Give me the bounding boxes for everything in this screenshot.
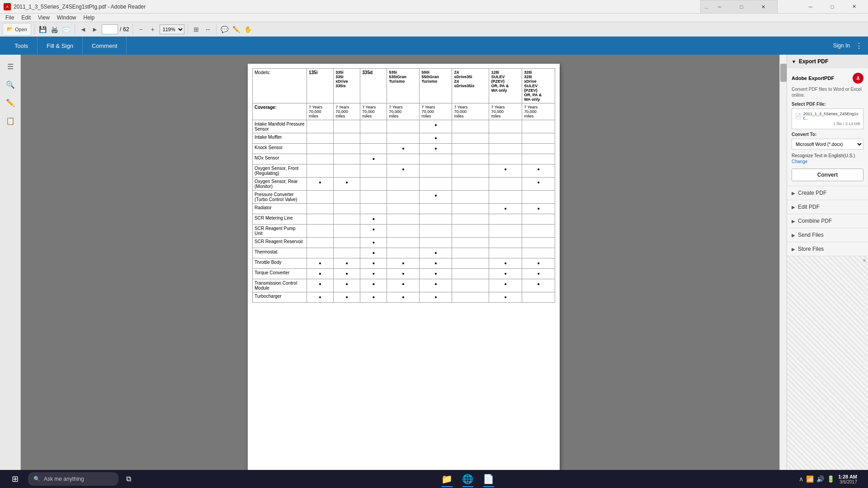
dot-cell: • <box>387 279 420 292</box>
dot-cell: • <box>360 269 387 279</box>
table-row: Oxygen Sensor, Front (Regulating)••• <box>253 164 555 178</box>
dot-cell <box>334 204 360 214</box>
dot-cell: • <box>360 238 387 248</box>
send-files-section[interactable]: ▶ Send Files <box>787 228 868 242</box>
col-z4: Z4sDrive35iZ4sDrive35is <box>452 69 489 103</box>
fit-page-icon[interactable]: ⊞ <box>191 24 201 34</box>
dot-cell <box>522 154 555 164</box>
print-icon[interactable]: 🖨️ <box>50 24 60 34</box>
show-desktop-corner[interactable] <box>861 471 864 487</box>
dot-cell <box>360 204 387 214</box>
dot-cell <box>452 133 489 144</box>
export-pdf-header[interactable]: ▼ Export PDF <box>787 55 868 68</box>
pan-icon[interactable]: ✋ <box>243 24 253 34</box>
dot-cell <box>307 214 334 225</box>
combine-pdf-label: Combine PDF <box>798 218 832 224</box>
taskbar-app-explorer[interactable]: 📁 <box>437 471 457 487</box>
component-name: Oxygen Sensor, Rear (Monitor) <box>253 178 307 191</box>
dot-cell: • <box>334 292 360 303</box>
scroll-thumb[interactable] <box>780 64 787 82</box>
bg-close-btn[interactable]: ✕ <box>753 0 774 14</box>
menu-file[interactable]: File <box>2 14 18 22</box>
edit-pdf-section[interactable]: ▶ Edit PDF <box>787 200 868 214</box>
dot-cell <box>334 248 360 258</box>
dot-cell: • <box>387 258 420 269</box>
nav-right: Sign In ⋮ <box>833 42 863 50</box>
sidebar-edit-icon[interactable]: ✏️ <box>2 94 19 111</box>
dot-cell <box>360 133 387 144</box>
ad-close-1[interactable]: ✕ <box>863 258 866 263</box>
dot-cell: • <box>334 269 360 279</box>
dot-cell: • <box>489 292 522 303</box>
dot-cell <box>452 292 489 303</box>
open-button[interactable]: 📂 Open <box>3 23 31 36</box>
dot-cell: • <box>307 292 334 303</box>
taskbar-app-pdf[interactable]: 📄 <box>479 471 499 487</box>
dot-cell <box>307 238 334 248</box>
send-files-label: Send Files <box>798 232 824 238</box>
email-icon[interactable]: ✉️ <box>61 24 71 34</box>
bg-maximize-btn[interactable]: □ <box>731 0 752 14</box>
fit-width-icon[interactable]: ↔ <box>203 24 213 34</box>
close-btn[interactable]: ✕ <box>844 0 864 14</box>
sidebar-pages-icon[interactable]: ☰ <box>2 58 19 75</box>
minimize-btn[interactable]: ─ <box>800 0 821 14</box>
dot-cell <box>522 238 555 248</box>
sidebar-stamp-icon[interactable]: 📋 <box>2 113 19 129</box>
menu-edit[interactable]: Edit <box>18 14 34 22</box>
dot-cell: • <box>334 279 360 292</box>
dot-cell <box>420 154 452 164</box>
create-pdf-section[interactable]: ▶ Create PDF <box>787 186 868 200</box>
table-row: Throttle Body••••••• <box>253 258 555 269</box>
maximize-btn[interactable]: □ <box>822 0 843 14</box>
start-button[interactable]: ⊞ <box>4 471 26 487</box>
comment-icon[interactable]: 💬 <box>220 24 230 34</box>
dot-cell <box>489 178 522 191</box>
task-view-button[interactable]: ⧉ <box>120 471 137 487</box>
bg-minimize-btn[interactable]: ─ <box>709 0 730 14</box>
pdf-page: Models: 135i 335i335ixDrive335is 335d 53… <box>248 64 560 470</box>
store-files-section[interactable]: ▶ Store Files <box>787 242 868 256</box>
dot-cell: • <box>522 269 555 279</box>
scrollbar[interactable] <box>779 55 787 479</box>
zoom-out-icon[interactable]: − <box>136 24 146 34</box>
tray-battery-icon[interactable]: 🔋 <box>827 475 835 483</box>
table-row: SCR Metering Line• <box>253 214 555 225</box>
tray-network-icon[interactable]: 📶 <box>806 475 814 483</box>
right-panel: ▼ Export PDF Adobe ExportPDF A Convert P… <box>787 55 868 479</box>
zoom-in-icon[interactable]: + <box>148 24 158 34</box>
next-page-icon[interactable]: ► <box>90 24 100 34</box>
sign-in-button[interactable]: Sign In <box>833 42 850 49</box>
menu-window[interactable]: Window <box>53 14 80 22</box>
taskbar-time-display[interactable]: 1:28 AM 3/6/2017 <box>838 474 857 484</box>
nav-tab-tools[interactable]: Tools <box>5 37 38 55</box>
more-options-icon[interactable]: ⋮ <box>855 42 863 50</box>
zoom-select[interactable]: 119% 100% 75% 50% <box>160 24 184 34</box>
combine-pdf-section[interactable]: ▶ Combine PDF <box>787 214 868 228</box>
convert-button[interactable]: Convert <box>792 169 863 181</box>
dot-cell <box>522 133 555 144</box>
change-language-link[interactable]: Change <box>792 159 863 164</box>
dot-cell: • <box>522 164 555 178</box>
taskbar-app-chrome[interactable]: 🌐 <box>458 471 478 487</box>
nav-tab-fill-sign[interactable]: Fill & Sign <box>38 37 83 55</box>
nav-tab-comment[interactable]: Comment <box>83 37 127 55</box>
dot-cell: • <box>420 292 452 303</box>
page-number-input[interactable]: 31 <box>102 24 118 34</box>
save-icon[interactable]: 💾 <box>38 24 48 34</box>
table-row: Intake Muffler• <box>253 133 555 144</box>
dot-cell <box>387 120 420 133</box>
prev-page-icon[interactable]: ◄ <box>78 24 88 34</box>
convert-to-select[interactable]: Microsoft Word (*.docx) Microsoft Excel … <box>792 139 863 150</box>
sidebar-search-icon[interactable]: 🔍 <box>2 76 19 93</box>
table-row: Pressure Converter (Turbo Control Valve)… <box>253 191 555 204</box>
markup-icon[interactable]: ✏️ <box>231 24 241 34</box>
open-icon: 📂 <box>7 26 13 32</box>
tray-up-arrow[interactable]: ∧ <box>799 475 803 483</box>
menu-view[interactable]: View <box>34 14 53 22</box>
tray-volume-icon[interactable]: 🔊 <box>816 475 824 483</box>
menu-help[interactable]: Help <box>80 14 99 22</box>
dot-cell <box>387 178 420 191</box>
taskbar-search-box[interactable]: 🔍 Ask me anything <box>28 472 118 486</box>
cov-535i: 7 Years70,000miles <box>387 103 420 120</box>
